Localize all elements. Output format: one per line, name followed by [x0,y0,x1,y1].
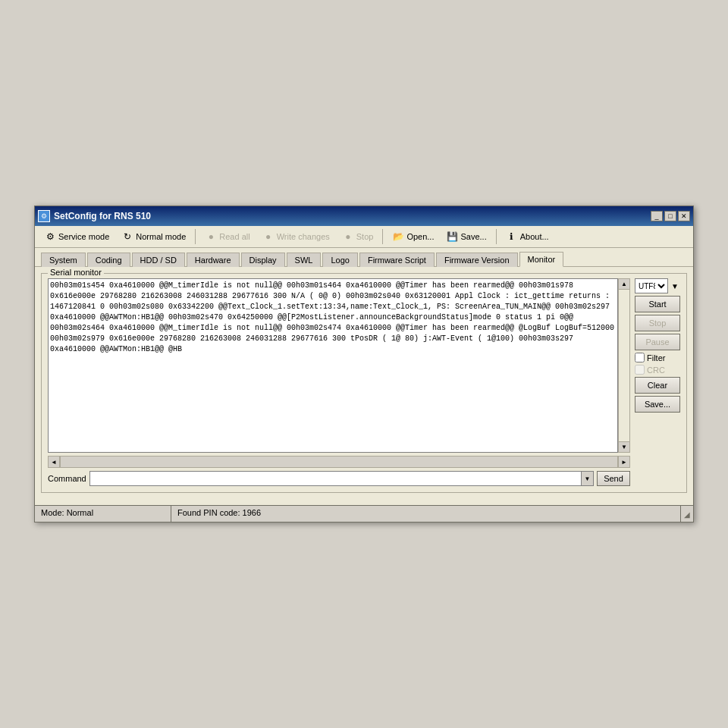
command-input[interactable] [89,471,582,486]
toolbar-separator-1 [195,229,196,244]
pause-button[interactable]: Pause [635,334,680,350]
monitor-controls: UTF8 ASCII Latin-1 ▼ Start Stop Pause Fi… [635,278,680,486]
tabs-row: System Coding HDD / SD Hardware Display … [35,248,693,267]
window-title: SetConfig for RNS 510 [54,211,151,221]
status-pin: Found PIN code: 1966 [171,506,681,522]
scroll-thumb[interactable] [619,289,629,442]
open-icon: 📂 [392,231,404,243]
maximize-button[interactable]: □ [664,211,676,221]
tab-monitor[interactable]: Monitor [519,252,564,267]
log-text-area[interactable]: 00h03m01s454 0xa4610000 @@M_timerIdle is… [48,278,618,453]
titlebar-buttons: _ □ ✕ [651,211,690,221]
open-button[interactable]: 📂 Open... [387,228,439,245]
titlebar: ⚙ SetConfig for RNS 510 _ □ ✕ [35,206,693,226]
serial-monitor-group: Serial monitor 00h03m01s454 0xa4610000 @… [41,273,687,493]
stop-ctrl-button[interactable]: Stop [635,315,680,331]
about-button[interactable]: ℹ About... [500,228,554,245]
tab-hardware[interactable]: Hardware [187,253,240,267]
write-changes-button[interactable]: ● Write changes [257,228,335,245]
tab-coding[interactable]: Coding [87,253,130,267]
service-mode-icon: ⚙ [44,231,56,243]
monitor-inner: 00h03m01s454 0xa4610000 @@M_timerIdle is… [48,278,680,486]
encoding-select[interactable]: UTF8 ASCII Latin-1 [635,278,668,293]
toolbar-separator-3 [496,229,497,244]
command-label: Command [48,474,86,483]
encoding-row: UTF8 ASCII Latin-1 ▼ [635,278,680,293]
command-dropdown-arrow[interactable]: ▼ [582,471,594,486]
normal-mode-icon: ↻ [121,231,133,243]
filter-checkbox[interactable] [635,353,645,362]
normal-mode-button[interactable]: ↻ Normal mode [116,228,191,245]
tab-firmware-script[interactable]: Firmware Script [359,253,435,267]
save-log-button[interactable]: Save... [635,396,680,413]
titlebar-left: ⚙ SetConfig for RNS 510 [38,210,151,222]
resize-icon[interactable]: ◢ [681,506,693,522]
tab-hdd-sd[interactable]: HDD / SD [132,253,185,267]
filter-checkbox-row: Filter [635,353,680,362]
stop-button[interactable]: ● Stop [337,228,379,245]
tab-display[interactable]: Display [241,253,285,267]
main-window: ⚙ SetConfig for RNS 510 _ □ ✕ ⚙ Service … [34,206,694,522]
h-scroll-track[interactable] [60,456,618,468]
toolbar: ⚙ Service mode ↻ Normal mode ● Read all … [35,226,693,248]
h-scroll-right[interactable]: ► [618,456,630,468]
horizontal-scroll: ◄ ► [48,456,630,468]
content-area: Serial monitor 00h03m01s454 0xa4610000 @… [35,267,693,505]
command-input-wrap: ▼ [89,471,594,486]
save-button[interactable]: 💾 Save... [441,228,491,245]
close-button[interactable]: ✕ [678,211,690,221]
save-icon: 💾 [446,231,458,243]
tab-firmware-version[interactable]: Firmware Version [436,253,518,267]
scroll-up-arrow[interactable]: ▲ [620,279,629,289]
stop-icon: ● [342,231,354,243]
tab-logo[interactable]: Logo [322,253,357,267]
monitor-log: 00h03m01s454 0xa4610000 @@M_timerIdle is… [48,278,630,486]
tab-swl[interactable]: SWL [287,253,322,267]
statusbar: Mode: Normal Found PIN code: 1966 ◢ [35,505,693,522]
read-all-button[interactable]: ● Read all [199,228,255,245]
vertical-scrollbar[interactable]: ▲ ▼ [618,278,630,453]
minimize-button[interactable]: _ [651,211,663,221]
h-scroll-left[interactable]: ◄ [48,456,60,468]
about-icon: ℹ [506,231,518,243]
clear-button[interactable]: Clear [635,377,680,394]
filter-label: Filter [647,353,665,362]
group-title: Serial monitor [48,268,104,277]
tab-system[interactable]: System [41,253,86,267]
send-button[interactable]: Send [597,471,630,486]
crc-label: CRC [647,366,665,375]
scroll-down-arrow[interactable]: ▼ [620,442,629,452]
start-button[interactable]: Start [635,296,680,312]
read-all-icon: ● [205,231,217,243]
encoding-dropdown-icon[interactable]: ▼ [671,282,679,290]
write-changes-icon: ● [262,231,275,243]
command-row: Command ▼ Send [48,471,630,486]
toolbar-separator-2 [382,229,383,244]
service-mode-button[interactable]: ⚙ Service mode [39,228,115,245]
crc-checkbox-row: CRC [635,365,680,375]
app-icon: ⚙ [38,210,50,222]
status-mode: Mode: Normal [35,506,171,522]
crc-checkbox[interactable] [635,365,645,375]
